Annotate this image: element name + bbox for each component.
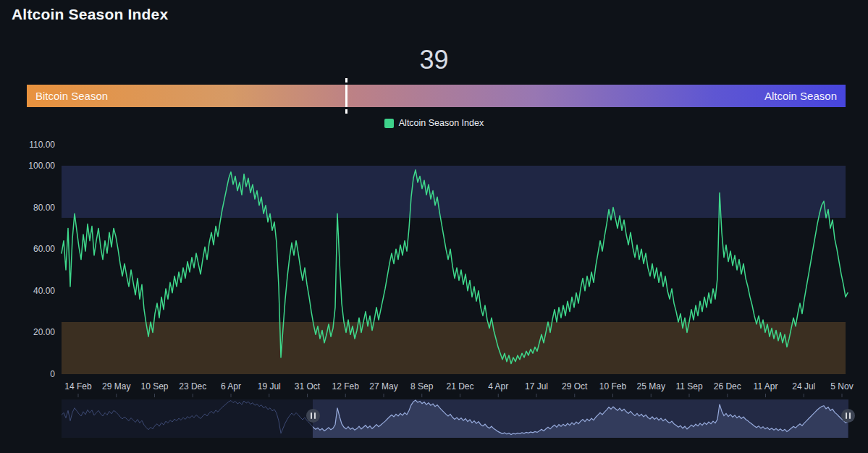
x-axis-tick-label: 12 Feb (332, 381, 360, 391)
x-axis-tick-label: 4 Apr (488, 381, 508, 391)
x-axis-tick-label: 25 May (637, 381, 665, 391)
drag-grip-icon (314, 412, 316, 419)
legend-swatch-icon (384, 119, 394, 128)
index-value: 39 (0, 45, 868, 75)
x-axis-tick-label: 5 Nov (830, 381, 853, 391)
x-axis-tick-label: 27 May (369, 381, 397, 391)
x-axis-tick-label: 10 Feb (599, 381, 627, 391)
x-axis-tick-label: 11 Apr (754, 381, 778, 391)
page-title: Altcoin Season Index (12, 6, 168, 23)
x-axis-tick-label: 21 Dec (446, 381, 473, 391)
coinglass-watermark: coinglass (720, 345, 806, 363)
coinglass-bull-logo-icon (720, 345, 737, 363)
x-axis-tick-label: 31 Oct (295, 381, 321, 391)
altcoin-season-label: Altcoin Season (764, 85, 837, 107)
y-axis-tick-label: 100.00 (28, 161, 55, 171)
chart-legend[interactable]: Altcoin Season Index (0, 118, 868, 128)
gauge-marker (345, 85, 347, 107)
navigator-selection[interactable] (313, 399, 848, 438)
drag-grip-icon (849, 412, 851, 419)
drag-grip-icon (846, 412, 847, 419)
altcoin-season-zone-band (62, 166, 846, 218)
watermark-text: coinglass (742, 346, 806, 362)
bitcoin-season-label: Bitcoin Season (35, 85, 108, 107)
x-axis-tick-label: 23 Dec (179, 381, 206, 391)
x-axis-tick-label: 8 Sep (410, 381, 434, 391)
x-axis-tick-label: 11 Sep (675, 381, 702, 391)
x-axis-tick-label: 26 Dec (714, 381, 741, 391)
x-axis-tick-label: 19 Jul (258, 381, 281, 391)
x-axis-tick-label: 17 Jul (525, 381, 548, 391)
navigator-right-handle[interactable] (841, 409, 855, 423)
y-axis-tick-label: 80.00 (33, 203, 55, 213)
legend-label: Altcoin Season Index (399, 118, 484, 128)
altcoin-season-index-page: Altcoin Season Index 39 Bitcoin Season A… (0, 0, 868, 453)
x-axis-tick-label: 29 May (102, 381, 130, 391)
y-axis-tick-label: 110.00 (29, 140, 55, 150)
y-axis-tick-label: 0 (50, 369, 55, 379)
y-axis-tick-label: 60.00 (33, 244, 55, 254)
x-axis-tick-label: 6 Apr (221, 381, 241, 391)
x-axis-tick-label: 29 Oct (562, 381, 588, 391)
y-axis-tick-label: 20.00 (33, 327, 55, 337)
index-line (62, 170, 848, 364)
drag-grip-icon (311, 412, 312, 419)
x-axis-tick-label: 24 Jul (792, 381, 815, 391)
x-axis-tick-label: 10 Sep (140, 381, 168, 391)
y-axis-tick-label: 40.00 (33, 286, 55, 296)
navigator-left-handle[interactable] (306, 409, 320, 423)
season-gauge: Bitcoin Season Altcoin Season (27, 85, 846, 107)
x-axis-tick-label: 14 Feb (64, 381, 92, 391)
